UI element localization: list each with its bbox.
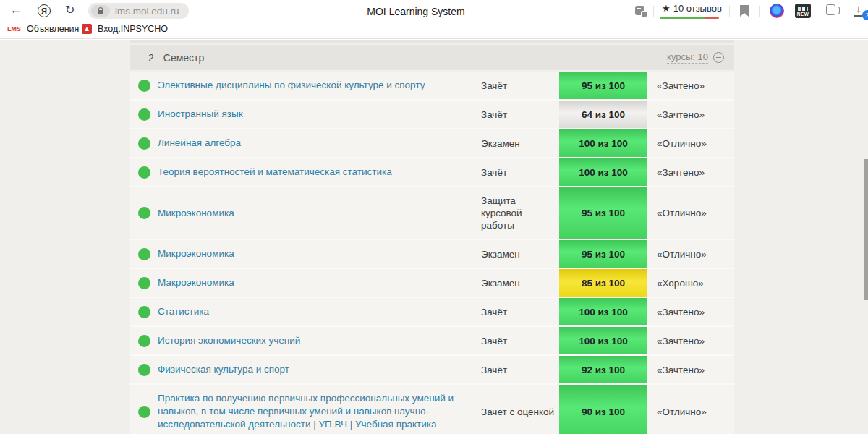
course-link[interactable]: Макроэкономика — [158, 276, 481, 289]
status-dot-green-icon — [138, 306, 150, 318]
score-cell: 64 из 100 — [559, 101, 647, 128]
status-dot-green-icon — [138, 248, 150, 260]
course-link[interactable]: Практика по получению первичных професси… — [158, 392, 481, 431]
score-cell: 95 из 100 — [559, 187, 647, 239]
download-arrow-icon: ↓ — [856, 2, 861, 14]
new-badge-label: NEW — [797, 12, 809, 17]
grade-label: «Зачтено» — [647, 365, 734, 375]
course-row: Теория вероятностей и математическая ста… — [130, 158, 734, 187]
collapse-minus-icon[interactable] — [713, 52, 724, 63]
grade-label: «Зачтено» — [647, 336, 734, 346]
course-link[interactable]: Иностранный язык — [158, 108, 481, 121]
divider — [653, 6, 654, 17]
score-cell: 100 из 100 — [559, 298, 647, 326]
browser-toolbar: ← Я ↻ lms.moi.edu.ru MOI Learning System… — [0, 0, 868, 22]
reviews-count-label: 10 отзывов — [673, 3, 722, 14]
semester-title: Семестр — [163, 52, 667, 64]
lock-icon — [91, 5, 110, 17]
collapse-section-control[interactable]: курсы: 10 — [667, 51, 724, 64]
course-link[interactable]: Теория вероятностей и математическая ста… — [158, 166, 481, 179]
status-dot-green-icon — [138, 80, 150, 92]
assessment-type: Зачёт — [481, 306, 559, 318]
rating-bar-positive — [660, 17, 705, 19]
grade-label: «Отлично» — [647, 407, 734, 417]
grade-label: «Хорошо» — [647, 278, 734, 289]
scrollbar-thumb[interactable] — [864, 159, 868, 300]
site-reviews-button[interactable]: ★ 10 отзывов — [662, 3, 722, 14]
grade-label: «Отлично» — [647, 138, 734, 149]
status-dot-green-icon — [138, 109, 150, 121]
status-dot-green-icon — [138, 335, 150, 347]
yandex-logo-icon[interactable]: Я — [38, 4, 51, 17]
url-text: lms.moi.edu.ru — [115, 6, 179, 17]
status-dot-column — [130, 364, 158, 376]
status-dot-green-icon — [138, 277, 150, 289]
status-dot-column — [130, 248, 158, 260]
extension-new-icon[interactable]: NEW — [795, 4, 811, 18]
course-row: Микроэкономика Защита курсовой работы 95… — [130, 187, 734, 240]
grade-label: «Зачтено» — [647, 167, 734, 178]
score-cell: 85 из 100 — [559, 269, 647, 297]
extension-browser-icon[interactable] — [770, 4, 784, 18]
course-link[interactable]: Элективные дисциплины по физической куль… — [158, 79, 481, 92]
rating-bar-negative — [705, 17, 719, 19]
assessment-type: Защита курсовой работы — [481, 195, 559, 231]
status-dot-column — [130, 277, 158, 289]
course-link[interactable]: Физическая культура и спорт — [158, 363, 481, 376]
collections-icon[interactable] — [826, 4, 835, 15]
page-title: MOI Learning System — [367, 6, 464, 17]
score-cell: 95 из 100 — [559, 240, 647, 268]
score-cell: 100 из 100 — [559, 158, 647, 186]
grade-label: «Зачтено» — [647, 307, 734, 318]
lms-page: 2 Семестр курсы: 10 Элективные дисциплин… — [0, 40, 868, 434]
refresh-icon[interactable]: ↻ — [65, 3, 75, 17]
course-link[interactable]: Микроэкономика — [158, 207, 481, 220]
course-link[interactable]: Статистика — [158, 305, 481, 318]
course-row: Статистика Зачёт 100 из 100 «Зачтено» — [130, 298, 734, 327]
assessment-type: Экзамен — [481, 248, 559, 260]
course-row: Микроэкономика Экзамен 95 из 100 «Отличн… — [130, 240, 734, 269]
lms-favicon: LMS — [7, 25, 21, 33]
address-bar[interactable]: lms.moi.edu.ru — [88, 3, 189, 19]
bookmark-label: Вход.INPSYCHO — [98, 24, 168, 34]
semester-number: 2 — [148, 52, 154, 64]
rating-bar — [660, 17, 719, 19]
previous-section-edge — [130, 40, 734, 43]
assessment-type: Зачет с оценкой — [481, 406, 559, 418]
assessment-type: Экзамен — [481, 137, 559, 150]
bookmarks-bar: LMS Объявления Вход.INPSYCHO — [0, 22, 868, 39]
downloads-button[interactable]: ↓ 2 — [854, 3, 868, 20]
status-dot-column — [130, 306, 158, 318]
bookmark-item-announcements[interactable]: LMS Объявления — [7, 24, 79, 34]
grade-label: «Отлично» — [647, 249, 734, 260]
course-row: История экономических учений Зачёт 100 и… — [130, 327, 734, 356]
status-dot-green-icon — [138, 137, 150, 150]
status-dot-column — [130, 80, 158, 92]
bookmark-item-inpsycho[interactable]: Вход.INPSYCHO — [82, 24, 168, 34]
grade-label: «Отлично» — [647, 208, 734, 218]
course-link[interactable]: История экономических учений — [158, 334, 481, 347]
back-icon[interactable]: ← — [9, 2, 22, 17]
site-widgets-icon[interactable] — [635, 6, 644, 15]
star-icon: ★ — [662, 3, 671, 14]
score-cell: 100 из 100 — [559, 129, 647, 157]
bookmark-icon[interactable] — [740, 5, 749, 17]
score-cell: 90 из 100 — [559, 385, 647, 434]
assessment-type: Зачёт — [481, 364, 559, 376]
course-link[interactable]: Микроэкономика — [158, 247, 481, 260]
status-dot-column — [130, 109, 158, 121]
status-dot-column — [130, 207, 158, 219]
status-dot-column — [130, 406, 158, 418]
course-rows: Элективные дисциплины по физической куль… — [130, 72, 734, 434]
course-link[interactable]: Линейная алгебра — [158, 137, 481, 150]
course-row: Макроэкономика Экзамен 85 из 100 «Хорошо… — [130, 269, 734, 298]
section-header-semester-2: 2 Семестр курсы: 10 — [130, 45, 734, 70]
score-cell: 95 из 100 — [559, 72, 647, 99]
status-dot-green-icon — [138, 166, 150, 179]
download-count-badge: 2 — [862, 10, 868, 20]
assessment-type: Зачёт — [481, 80, 559, 92]
courses-count-label: курсы: 10 — [667, 51, 708, 64]
status-dot-green-icon — [138, 207, 150, 219]
status-dot-green-icon — [138, 406, 150, 418]
divider — [729, 6, 730, 17]
